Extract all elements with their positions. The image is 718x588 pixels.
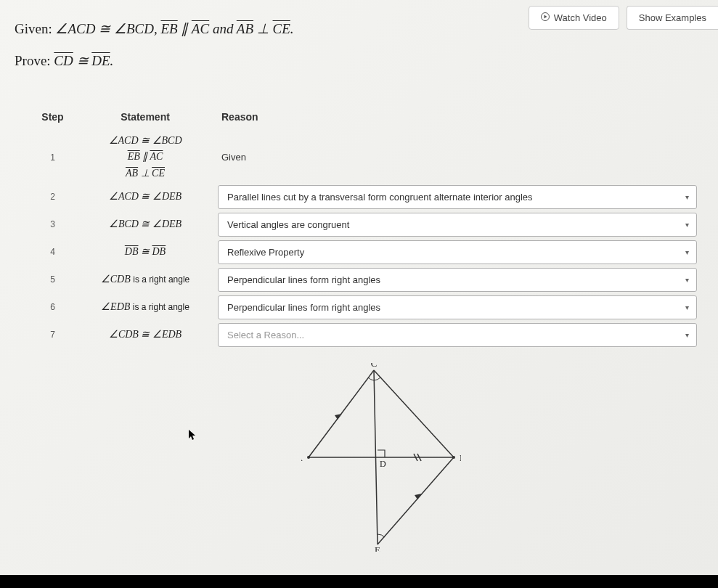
statement-cell: ∠ACD ≅ ∠BCDEB ∥ ACAB ⊥ CE [73, 133, 218, 181]
statement-cell: ∠ACD ≅ ∠DEB [73, 189, 218, 205]
reason-cell: Perpendicular lines form right angles [218, 268, 701, 292]
reason-dropdown[interactable]: Vertical angles are congruent [218, 213, 697, 237]
statement-cell: ∠BCD ≅ ∠DEB [73, 216, 218, 232]
reason-cell: Parallel lines cut by a transversal form… [218, 185, 701, 209]
svg-line-3 [374, 370, 454, 457]
step-number: 6 [33, 302, 73, 312]
statement-cell: DB ≅ DB [73, 244, 218, 260]
vertex-c-label: C [371, 363, 378, 369]
step-number: 3 [33, 219, 73, 229]
watch-video-label: Watch Video [554, 12, 607, 23]
given-statement: Given: ∠ACD ≅ ∠BCD, EB ∥ AC and AB ⊥ CE. [15, 20, 294, 37]
vertex-e-label: E [375, 544, 380, 552]
svg-line-2 [309, 370, 374, 457]
table-row: 4DB ≅ DBReflexive Property [33, 238, 701, 266]
table-row: 5∠CDB is a right anglePerpendicular line… [33, 266, 701, 293]
table-row: 2∠ACD ≅ ∠DEBParallel lines cut by a tran… [33, 183, 701, 211]
statement-cell: ∠CDB is a right angle [73, 271, 218, 287]
step-number: 2 [33, 192, 73, 202]
table-row: 3∠BCD ≅ ∠DEBVertical angles are congruen… [33, 211, 701, 238]
svg-point-12 [452, 456, 455, 459]
show-examples-label: Show Examples [639, 12, 706, 23]
step-number: 5 [33, 274, 73, 285]
reason-cell: Given [218, 152, 701, 163]
reason-dropdown[interactable]: Perpendicular lines form right angles [218, 295, 697, 319]
reason-dropdown[interactable]: Select a Reason... [218, 323, 697, 347]
step-number: 7 [33, 330, 73, 340]
reason-dropdown[interactable]: Reflexive Property [218, 240, 697, 264]
table-header: Step Statement Reason [33, 105, 701, 131]
reason-cell: Reflexive Property [218, 240, 701, 264]
svg-point-11 [307, 456, 310, 459]
statement-cell: ∠EDB is a right angle [73, 299, 218, 315]
svg-marker-1 [544, 15, 547, 19]
geometry-figure: A B C D E [301, 363, 461, 552]
svg-marker-7 [335, 414, 342, 420]
table-row: 1∠ACD ≅ ∠BCDEB ∥ ACAB ⊥ CEGiven [33, 131, 701, 183]
header-statement: Statement [73, 111, 218, 123]
statement-cell: ∠CDB ≅ ∠EDB [73, 327, 218, 343]
bottom-bar [0, 575, 718, 588]
reason-dropdown[interactable]: Perpendicular lines form right angles [218, 268, 697, 292]
vertex-a-label: A [301, 452, 303, 463]
header-reason: Reason [218, 111, 701, 123]
show-examples-button[interactable]: Show Examples [627, 6, 718, 30]
step-number: 1 [33, 152, 73, 163]
proof-table: Step Statement Reason 1∠ACD ≅ ∠BCDEB ∥ A… [33, 105, 701, 348]
reason-dropdown[interactable]: Parallel lines cut by a transversal form… [218, 185, 697, 209]
reason-cell: Perpendicular lines form right angles [218, 295, 701, 319]
prove-statement: Prove: CD ≅ DE. [15, 52, 113, 69]
vertex-d-label: D [380, 459, 386, 469]
step-number: 4 [33, 247, 73, 257]
table-row: 7∠CDB ≅ ∠EDBSelect a Reason... [33, 321, 701, 348]
cursor-icon [189, 430, 197, 444]
vertex-b-label: B [460, 452, 461, 463]
watch-video-button[interactable]: Watch Video [529, 6, 619, 30]
play-icon [541, 12, 550, 23]
reason-cell: Select a Reason... [218, 323, 701, 347]
table-row: 6∠EDB is a right anglePerpendicular line… [33, 293, 701, 321]
reason-cell: Vertical angles are congruent [218, 213, 701, 237]
svg-line-5 [378, 457, 454, 544]
header-step: Step [33, 111, 73, 123]
